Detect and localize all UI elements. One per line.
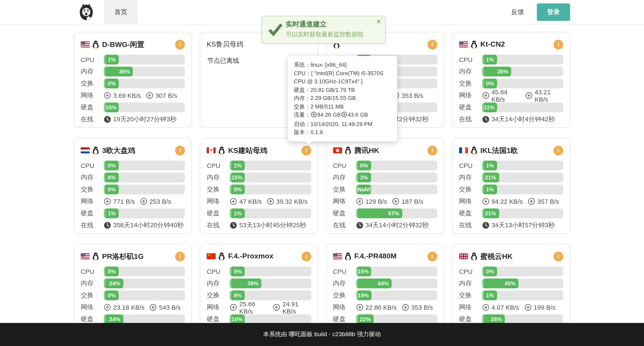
upload-speed: 353 B/s: [411, 304, 433, 311]
clock-icon: [104, 116, 111, 123]
info-icon[interactable]: i: [175, 40, 185, 49]
uptime-row: 在线 34天14小时4分钟42秒: [459, 114, 564, 124]
download-circle-icon: [356, 304, 363, 311]
swap-bar: 0%: [104, 78, 185, 88]
disk-label: 硬盘: [459, 103, 482, 112]
info-icon[interactable]: i: [428, 146, 437, 155]
server-name: IKL法国1欧: [480, 146, 554, 155]
memory-bar: 3%: [356, 172, 437, 182]
network-label: 网络: [81, 92, 104, 100]
swap-row: 交换 0%: [207, 184, 311, 194]
memory-bar: 45%: [482, 278, 564, 288]
cpu-bar: 0%: [104, 160, 185, 170]
disk-row: 硬盘 1%: [207, 208, 311, 218]
memory-row: 内存 3%: [333, 172, 437, 182]
upload-speed: 543 B/s: [159, 304, 181, 311]
server-card: IKL法国1欧 i CPU 1% 内存 21% 交换 1% 网络 94.22 K…: [452, 138, 570, 234]
disk-label: 硬盘: [81, 103, 104, 112]
download-speed: 22.86 KB/s: [365, 304, 397, 311]
network-label: 网络: [207, 197, 230, 206]
download-circle-icon: [104, 304, 111, 311]
network-row: 网络 3.69 KB/s 307 B/s: [81, 90, 185, 100]
network-row: 网络 771 B/s 253 B/s: [81, 196, 185, 206]
info-icon[interactable]: i: [554, 252, 563, 261]
linux-tux-icon: [218, 146, 225, 155]
memory-bar: 39%: [230, 278, 311, 288]
info-icon[interactable]: i: [554, 40, 563, 49]
cpu-row: CPU 1%: [459, 55, 564, 64]
upload-circle-icon: [273, 304, 280, 311]
swap-row: 交换 1%: [459, 184, 564, 194]
toast-close-icon[interactable]: ✕: [376, 18, 381, 25]
download-circle-icon: [104, 198, 111, 205]
cpu-bar: 1%: [104, 55, 185, 64]
disk-bar: 21%: [482, 208, 564, 218]
tooltip-row-mem: 内存：2.29 GB/15.55 GB: [294, 94, 391, 102]
country-flag-icon: [207, 147, 216, 153]
download-circle-icon: [356, 198, 363, 205]
feedback-link[interactable]: 反馈: [511, 8, 524, 16]
nezha-panel-link[interactable]: 哪吒面板: [289, 330, 312, 338]
cpu-bar: 1%: [482, 55, 564, 64]
upload-speed: 187 B/s: [402, 198, 424, 205]
swap-row: 交换 NaN%: [333, 184, 437, 194]
download-circle-icon: [230, 198, 237, 205]
network-label: 网络: [333, 197, 356, 206]
info-icon[interactable]: i: [175, 252, 185, 261]
linux-tux-icon: [92, 252, 99, 260]
upload-circle-icon: [402, 304, 409, 311]
swap-label: 交换: [459, 80, 482, 88]
nav-tab-home[interactable]: 首页: [105, 0, 137, 24]
upload-circle-icon: [525, 92, 532, 99]
linux-tux-icon: [470, 146, 478, 155]
server-name: Kt-CN2: [480, 40, 554, 49]
site-logo[interactable]: [76, 2, 96, 22]
disk-label: 硬盘: [459, 209, 482, 218]
info-icon[interactable]: i: [301, 252, 311, 261]
country-flag-icon: [207, 253, 216, 259]
linux-tux-icon: [218, 252, 225, 260]
network-row: 网络 4.07 KB/s 199 B/s: [459, 302, 564, 312]
upload-speed: 357 B/s: [537, 198, 559, 205]
swap-bar: NaN%: [356, 184, 437, 194]
cpu-bar: 1%: [482, 160, 564, 170]
memory-bar: 36%: [104, 67, 185, 76]
info-icon[interactable]: i: [428, 40, 437, 49]
network-label: 网络: [207, 303, 230, 312]
upload-speed: 39.32 KB/s: [276, 198, 308, 205]
server-name: F.4.-Proxmox: [228, 252, 302, 260]
network-row: 网络 45.64 KB/s 43.21 KB/s: [459, 90, 564, 100]
info-icon[interactable]: i: [301, 146, 311, 155]
network-row: 网络 23.18 KB/s 543 B/s: [81, 302, 185, 312]
info-icon[interactable]: i: [554, 146, 563, 155]
swap-bar: 1%: [482, 184, 564, 194]
clock-icon: [482, 222, 490, 229]
network-label: 网络: [459, 303, 482, 312]
login-button[interactable]: 登录: [537, 3, 570, 21]
tooltip-row-system: 系统：linux- [x86_64]: [294, 61, 391, 69]
uptime-label: 在线: [81, 221, 104, 230]
uptime-value: 53天13小时45分钟25秒: [239, 221, 306, 230]
network-row: 网络 94.22 KB/s 357 B/s: [459, 196, 564, 206]
country-flag-icon: [81, 42, 90, 48]
uptime-label: 在线: [207, 221, 230, 230]
swap-bar: 8%: [230, 290, 311, 300]
memory-bar: 24%: [104, 278, 185, 288]
info-icon[interactable]: i: [175, 146, 185, 155]
info-icon[interactable]: i: [428, 252, 437, 261]
tooltip-row-cpu: CPU：[ "Intel(R) Core(TM) i5-3570S CPU @ …: [294, 69, 391, 86]
server-name: 3欧大盘鸡: [102, 146, 175, 155]
memory-bar: 36%: [482, 67, 564, 76]
uptime-label: 在线: [459, 115, 482, 124]
disk-label: 硬盘: [459, 315, 482, 323]
memory-row: 内存 21%: [459, 172, 564, 182]
memory-row: 内存 39%: [207, 278, 311, 288]
network-label: 网络: [81, 303, 104, 312]
disk-bar: 11%: [482, 102, 564, 112]
upload-circle-icon: [150, 304, 157, 311]
cpu-row: CPU 0%: [333, 160, 437, 170]
nezha-dashboard: 首页 反馈 登录 D-BWG-闲置 i: [0, 0, 644, 346]
cpu-label: CPU: [81, 162, 104, 169]
uptime-label: 在线: [459, 221, 482, 230]
uptime-row: 在线 34天13小时57分钟3秒: [459, 220, 564, 230]
